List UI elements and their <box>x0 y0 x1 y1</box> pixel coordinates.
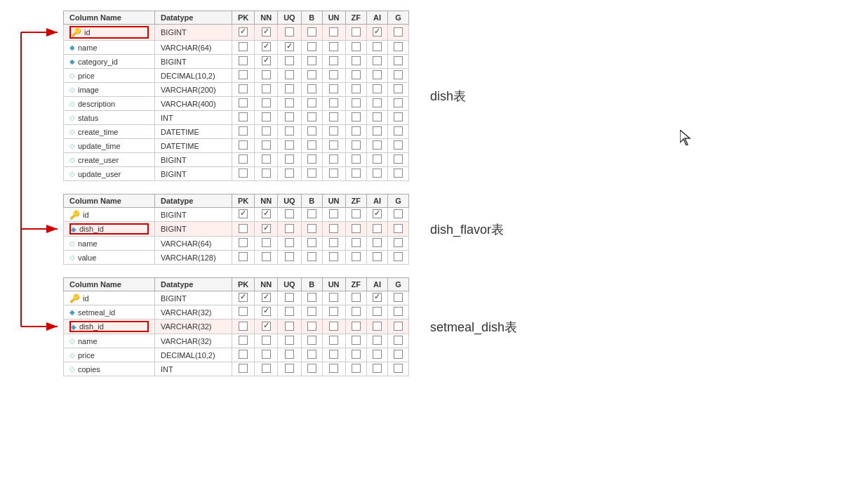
datatype-cell: VARCHAR(128) <box>155 251 232 265</box>
column-name-cell: 🔑id <box>64 291 155 305</box>
b-cell <box>301 97 322 111</box>
column-name-cell: ◆dish_id <box>64 319 155 334</box>
col-name-wrapper: ◇update_time <box>69 142 149 150</box>
pk-cell <box>232 153 255 167</box>
table-row: ◆setmeal_idVARCHAR(32) <box>64 305 409 319</box>
zf-cell <box>345 69 366 83</box>
nn-cell <box>255 291 278 305</box>
col-name-wrapper: ◇price <box>69 351 149 360</box>
table-row: ◇imageVARCHAR(200) <box>64 83 409 97</box>
b-cell <box>301 334 322 348</box>
un-cell <box>322 362 345 376</box>
datatype-cell: VARCHAR(64) <box>155 41 232 55</box>
col-name-wrapper: ◇price <box>69 72 149 80</box>
col-header-un2: UN <box>322 194 345 208</box>
diamond-teal-icon: ◇ <box>69 114 75 121</box>
zf-cell <box>345 348 366 362</box>
g-cell <box>388 69 409 83</box>
column-name-cell: ◇value <box>64 251 155 265</box>
column-name-cell: ◇image <box>64 83 155 97</box>
table-row: ◆dish_idVARCHAR(32) <box>64 319 409 334</box>
b-cell <box>301 291 322 305</box>
ai-cell <box>367 208 388 222</box>
zf-cell <box>345 251 366 265</box>
un-cell <box>322 251 345 265</box>
column-name-cell: ◇update_time <box>64 139 155 153</box>
setmeal-dish-table-label: setmeal_dish表 <box>430 319 517 336</box>
table-row: 🔑idBIGINT <box>64 208 409 222</box>
column-name-cell: ◆name <box>64 41 155 55</box>
col-name-wrapper: ◇description <box>69 100 149 108</box>
key-icon: 🔑 <box>69 210 80 220</box>
zf-cell <box>345 55 366 69</box>
g-cell <box>388 153 409 167</box>
nn-cell <box>255 237 278 251</box>
column-name-cell: ◇copies <box>64 362 155 376</box>
key-icon: 🔑 <box>69 294 80 303</box>
column-name-cell: 🔑id <box>64 208 155 222</box>
datatype-cell: VARCHAR(200) <box>155 83 232 97</box>
table-row: 🔑idBIGINT <box>64 291 409 305</box>
col-name-wrapper: ◇name <box>69 239 149 248</box>
table-row: ◇copiesINT <box>64 362 409 376</box>
column-name-cell: ◇create_time <box>64 125 155 139</box>
diamond-teal-icon: ◇ <box>69 253 75 261</box>
ai-cell <box>367 305 388 319</box>
dish-flavor-table-block: Column Name Datatype PK NN UQ B UN ZF AI… <box>63 194 517 265</box>
datatype-cell: BIGINT <box>155 167 232 181</box>
col-name-wrapper: 🔑id <box>69 294 149 303</box>
un-cell <box>322 125 345 139</box>
tables-container: Column Name Datatype PK NN UQ B UN ZF AI… <box>63 11 517 376</box>
column-name-text: dish_id <box>79 322 104 331</box>
column-name-text: image <box>78 86 99 94</box>
col-name-wrapper: ◇name <box>69 337 149 345</box>
col-header-zf: ZF <box>345 11 366 25</box>
ai-cell <box>367 222 388 237</box>
un-cell <box>322 97 345 111</box>
diamond-teal-icon: ◇ <box>69 365 75 373</box>
column-name-cell: ◇price <box>64 348 155 362</box>
b-cell <box>301 55 322 69</box>
column-name-cell: ◆category_id <box>64 55 155 69</box>
col-name-wrapper: ◆dish_id <box>69 223 149 235</box>
uq-cell <box>278 83 302 97</box>
col-header-uq2: UQ <box>278 194 302 208</box>
zf-cell <box>345 153 366 167</box>
datatype-cell: DATETIME <box>155 139 232 153</box>
zf-cell <box>345 362 366 376</box>
ai-cell <box>367 97 388 111</box>
uq-cell <box>278 291 302 305</box>
uq-cell <box>278 69 302 83</box>
ai-cell <box>367 55 388 69</box>
table-row: ◇statusINT <box>64 111 409 125</box>
table-row: ◇nameVARCHAR(32) <box>64 334 409 348</box>
col-header-g2: G <box>388 194 409 208</box>
zf-cell <box>345 111 366 125</box>
col-header-zf2: ZF <box>345 194 366 208</box>
table-row: ◇valueVARCHAR(128) <box>64 251 409 265</box>
zf-cell <box>345 139 366 153</box>
nn-cell <box>255 97 278 111</box>
column-name-cell: ◇status <box>64 111 155 125</box>
diamond-teal-icon: ◇ <box>69 239 75 247</box>
uq-cell <box>278 167 302 181</box>
b-cell <box>301 222 322 237</box>
un-cell <box>322 83 345 97</box>
diamond-blue-icon: ◆ <box>71 323 76 331</box>
b-cell <box>301 25 322 41</box>
column-name-text: category_id <box>78 58 118 66</box>
nn-cell <box>255 41 278 55</box>
ai-cell <box>367 348 388 362</box>
dish-table-block: Column Name Datatype PK NN UQ B UN ZF AI… <box>63 11 517 181</box>
nn-cell <box>255 362 278 376</box>
key-icon: 🔑 <box>71 27 81 37</box>
col-header-name: Column Name <box>64 11 155 25</box>
b-cell <box>301 69 322 83</box>
col-header-uq3: UQ <box>278 278 302 291</box>
column-name-text: status <box>78 114 98 122</box>
uq-cell <box>278 139 302 153</box>
col-name-wrapper: ◆setmeal_id <box>69 308 149 317</box>
un-cell <box>322 222 345 237</box>
uq-cell <box>278 362 302 376</box>
col-header-pk2: PK <box>232 194 255 208</box>
